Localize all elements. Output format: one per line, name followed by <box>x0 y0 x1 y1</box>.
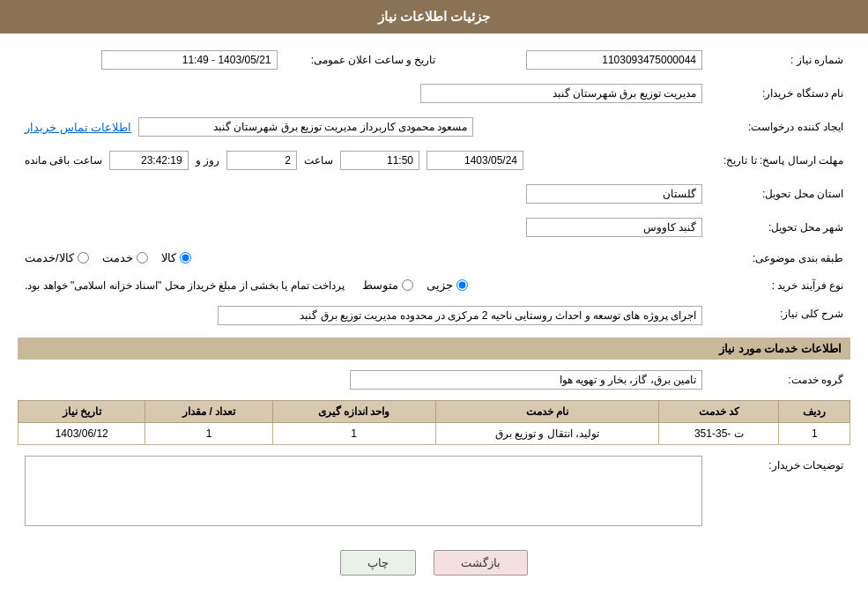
button-row: بازگشت چاپ <box>18 550 850 576</box>
mohlat-label: مهلت ارسال پاسخ: تا تاریخ: <box>701 147 850 174</box>
noee-mottaset-option[interactable]: متوسط <box>362 279 413 292</box>
buyer-desc-label: توضیحات خریدار: <box>709 452 850 532</box>
mohlat-roz-label: روز و <box>196 154 219 167</box>
col-tarikh: تاریخ نیاز <box>19 401 145 423</box>
noee-mottaset-label: متوسط <box>362 279 398 292</box>
sharh-input[interactable] <box>218 306 702 325</box>
page-header: جزئیات اطلاعات نیاز <box>0 0 868 33</box>
tabaqe-khadamat-radio[interactable] <box>137 252 148 264</box>
header-title: جزئیات اطلاعات نیاز <box>378 9 490 24</box>
cell-tedad: 1 <box>145 423 272 445</box>
cell-radif: 1 <box>779 423 850 445</box>
mohlat-time-input[interactable] <box>340 151 419 170</box>
nam-dastgah-input[interactable] <box>420 84 702 103</box>
services-table: ردیف کد خدمت نام خدمت واحد اندازه گیری ت… <box>18 400 850 445</box>
etelaate-tamas-link[interactable]: اطلاعات تماس خریدار <box>25 121 131 134</box>
group-khadamat-input[interactable] <box>350 370 702 390</box>
tabaqe-kala-khadamat-label: کالا/خدمت <box>25 251 74 264</box>
noee-jozii-option[interactable]: جزیی <box>427 279 468 292</box>
noee-mottaset-radio[interactable] <box>402 279 413 291</box>
ijad-konande-label: ایجاد کننده درخواست: <box>709 114 850 140</box>
cell-kod: ت -35-351 <box>659 423 779 445</box>
nam-dastgah-label: نام دستگاه خریدار: <box>709 80 850 107</box>
ostan-input[interactable] <box>526 184 702 204</box>
col-name: نام خدمت <box>435 401 659 423</box>
cell-tarikh: 1403/06/12 <box>19 423 145 445</box>
tabaqe-khadamat-option[interactable]: خدمت <box>102 251 148 264</box>
ijad-konande-input[interactable] <box>138 117 473 137</box>
tabaqe-kala-radio[interactable] <box>180 252 191 264</box>
noee-jozii-label: جزیی <box>427 279 453 292</box>
tabaqe-khadamat-label: خدمت <box>102 251 133 264</box>
buyer-desc-textarea[interactable] <box>25 456 702 526</box>
mohlat-mande-label: ساعت باقی مانده <box>25 154 102 167</box>
etelaat-khadamat-title: اطلاعات خدمات مورد نیاز <box>18 338 850 360</box>
col-radif: ردیف <box>779 401 850 423</box>
mohlat-date-input[interactable] <box>427 151 523 170</box>
noee-notice-text: پرداخت تمام یا بخشی از مبلغ خریداز محل "… <box>25 279 345 292</box>
group-khadamat-label: گروه خدمت: <box>709 367 850 393</box>
table-row: 1 ت -35-351 تولید، انتقال و توزیع برق 1 … <box>19 423 850 445</box>
noee-jozii-radio[interactable] <box>456 279 468 291</box>
announcement-date-label: تاریخ و ساعت اعلان عمومی: <box>285 47 443 73</box>
mohlat-roz-input[interactable] <box>226 151 297 170</box>
tabaqe-kala-khadamat-radio[interactable] <box>78 252 89 264</box>
cell-name: تولید، انتقال و توزیع برق <box>435 423 659 445</box>
print-button[interactable]: چاپ <box>340 550 416 576</box>
back-button[interactable]: بازگشت <box>434 550 528 576</box>
cell-vahed: 1 <box>272 423 435 445</box>
tabaqe-kala-khadamat-option[interactable]: کالا/خدمت <box>25 251 89 264</box>
mohlat-time-label: ساعت <box>304 154 333 167</box>
shahr-input[interactable] <box>526 218 702 237</box>
shahr-label: شهر محل تحویل: <box>709 214 850 241</box>
mohlat-mande-input[interactable] <box>109 151 189 170</box>
noee-farayand-label: نوع فرآیند خرید : <box>709 275 850 295</box>
col-tedad: تعداد / مقدار <box>145 401 272 423</box>
tabaqe-label: طبقه بندی موضوعی: <box>709 248 850 268</box>
sharh-label: شرح کلی نیاز: <box>709 302 850 329</box>
tabaqe-kala-label: کالا <box>161 251 176 264</box>
col-vahed: واحد اندازه گیری <box>272 401 435 423</box>
ostan-label: استان محل تحویل: <box>709 181 850 207</box>
shomara-niaz-input[interactable] <box>526 50 702 70</box>
announcement-date-input[interactable] <box>101 50 278 70</box>
shomara-niaz-label: شماره نیاز : <box>709 47 850 73</box>
tabaqe-kala-option[interactable]: کالا <box>161 251 191 264</box>
col-kod: کد خدمت <box>659 401 779 423</box>
